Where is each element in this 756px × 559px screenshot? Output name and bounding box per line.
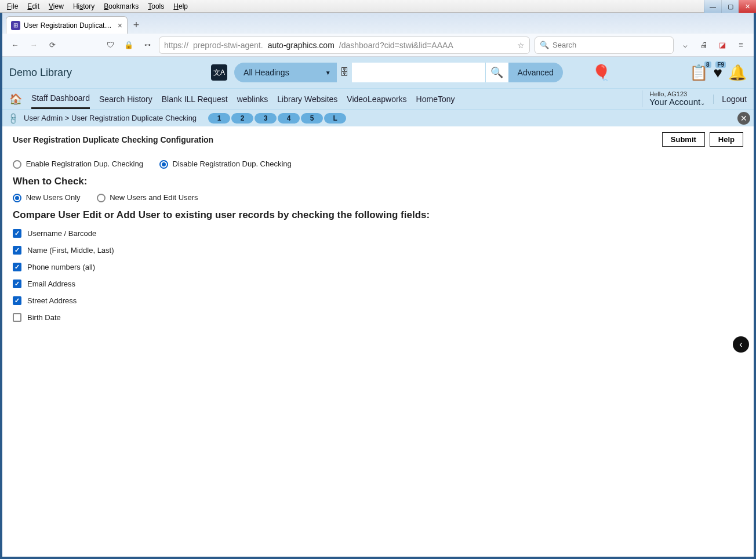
nav-row: 🏠 Staff Dashboard Search History Blank I…: [2, 88, 754, 109]
breadcrumb[interactable]: User Admin > User Registration Duplicate…: [24, 114, 197, 122]
language-icon[interactable]: 文A: [211, 64, 227, 81]
nav-weblinks[interactable]: weblinks: [237, 90, 268, 108]
nav-hometony[interactable]: HomeTony: [416, 90, 455, 108]
radio-icon: [13, 194, 21, 202]
search-icon: 🔍: [540, 41, 549, 49]
radio-icon: [97, 194, 106, 202]
notifications-icon[interactable]: 🔔: [728, 64, 747, 82]
os-menubar: File Edit View History Bookmarks Tools H…: [0, 0, 756, 13]
os-menu-bookmarks[interactable]: Bookmarks: [99, 1, 143, 12]
list-badge: 8: [704, 61, 711, 68]
headings-label: All Headings: [243, 68, 289, 77]
account-dropdown[interactable]: Hello, AG123 Your Account⌄: [649, 90, 705, 107]
step-pill-4[interactable]: 4: [278, 113, 300, 124]
when-to-check-heading: When to Check:: [13, 176, 743, 187]
browser-search-input[interactable]: 🔍 Search: [535, 37, 674, 54]
database-icon[interactable]: 🗄: [337, 63, 352, 82]
disable-dup-radio[interactable]: Disable Registration Dup. Checking: [159, 159, 292, 169]
os-menu-view[interactable]: View: [44, 1, 68, 12]
field-checkbox-row[interactable]: ✓Street Address: [13, 296, 743, 305]
step-pill-3[interactable]: 3: [255, 113, 277, 124]
app-container: Demo Library 文A All Headings ▼ 🗄 🔍 Advan…: [0, 57, 756, 559]
account-area: Hello, AG123 Your Account⌄ Logout: [642, 90, 747, 107]
permissions-icon[interactable]: ⊶: [140, 38, 154, 52]
window-maximize-button[interactable]: ▢: [721, 0, 739, 13]
fields-list: ✓Username / Barcode✓Name (First, Middle,…: [13, 229, 743, 322]
os-menu-file[interactable]: File: [2, 1, 23, 12]
when-new-radio[interactable]: New Users Only: [13, 193, 81, 202]
catalog-search-button[interactable]: 🔍: [485, 63, 508, 82]
url-bar[interactable]: https://preprod-stwi-agent.auto-graphics…: [159, 37, 530, 54]
favorites-badge: F9: [715, 61, 726, 68]
search-icon: 🔍: [490, 66, 503, 79]
help-button[interactable]: Help: [710, 132, 743, 147]
nav-reload-button[interactable]: ⟳: [45, 38, 59, 52]
submit-button[interactable]: Submit: [662, 132, 705, 147]
library-name: Demo Library: [9, 67, 72, 79]
list-icon[interactable]: 📋8: [689, 64, 708, 82]
checkbox-icon: ✓: [13, 246, 21, 255]
url-subdomain: preprod-stwi-agent.: [193, 41, 263, 50]
nav-forward-button[interactable]: →: [27, 38, 41, 52]
os-menu-help[interactable]: Help: [169, 1, 192, 12]
os-menu-history[interactable]: History: [68, 1, 99, 12]
field-checkbox-row[interactable]: ✓Phone numbers (all): [13, 263, 743, 271]
nav-search-history[interactable]: Search History: [99, 90, 152, 108]
step-pill-1[interactable]: 1: [208, 113, 230, 124]
nav-back-button[interactable]: ←: [8, 38, 22, 52]
step-pills: 1 2 3 4 5 L: [208, 113, 346, 124]
favorites-icon[interactable]: ♥F9: [714, 64, 722, 82]
tab-strip: ⊞ User Registration Duplicate Che × +: [2, 13, 754, 34]
tab-close-icon[interactable]: ×: [118, 21, 122, 30]
balloon-icon[interactable]: 🎈: [592, 64, 610, 82]
os-menu-edit[interactable]: Edit: [23, 1, 44, 12]
when-both-radio[interactable]: New Users and Edit Users: [97, 193, 198, 202]
field-label: Username / Barcode: [27, 229, 96, 238]
hamburger-menu-icon[interactable]: ≡: [734, 38, 748, 52]
window-close-button[interactable]: ✕: [739, 0, 756, 13]
link-icon: 🔗: [6, 111, 20, 125]
field-checkbox-row[interactable]: ✓Name (First, Middle, Last): [13, 246, 743, 255]
nav-library-websites[interactable]: Library Websites: [277, 90, 337, 108]
advanced-search-button[interactable]: Advanced: [508, 63, 563, 82]
browser-chrome: ⊞ User Registration Duplicate Che × + ← …: [0, 13, 756, 57]
browser-tab[interactable]: ⊞ User Registration Duplicate Che ×: [6, 16, 128, 34]
breadcrumb-parent[interactable]: User Admin: [24, 114, 63, 122]
field-checkbox-row[interactable]: ✓Email Address: [13, 280, 743, 288]
catalog-search-input[interactable]: [352, 63, 485, 82]
logout-link[interactable]: Logout: [713, 95, 747, 104]
extension-icon[interactable]: ◪: [715, 38, 729, 52]
breadcrumb-current: User Registration Duplicate Checking: [71, 114, 197, 122]
enable-dup-label: Enable Registration Dup. Checking: [26, 159, 143, 168]
enable-dup-radio[interactable]: Enable Registration Dup. Checking: [13, 159, 143, 169]
shield-icon[interactable]: 🛡: [103, 38, 117, 52]
print-icon[interactable]: 🖨: [697, 38, 711, 52]
browser-search-placeholder: Search: [553, 41, 576, 49]
checkbox-icon: ✓: [13, 296, 21, 305]
when-both-label: New Users and Edit Users: [110, 193, 198, 202]
window-controls: — ▢ ✕: [704, 0, 756, 13]
collapse-right-button[interactable]: ‹: [733, 336, 749, 353]
step-pill-5[interactable]: 5: [301, 113, 323, 124]
os-menu-tools[interactable]: Tools: [143, 1, 169, 12]
home-icon[interactable]: 🏠: [9, 93, 22, 106]
new-tab-button[interactable]: +: [128, 16, 145, 34]
radio-icon: [159, 160, 168, 169]
headings-dropdown[interactable]: All Headings ▼: [234, 63, 337, 82]
pocket-icon[interactable]: ⌵: [678, 38, 692, 52]
nav-blank-ill[interactable]: Blank ILL Request: [162, 90, 228, 108]
url-path: /dashboard?cid=stwi&lid=AAAA: [339, 41, 453, 50]
nav-staff-dashboard[interactable]: Staff Dashboard: [31, 89, 90, 109]
step-pill-l[interactable]: L: [324, 113, 346, 124]
chevron-left-icon: ‹: [739, 339, 742, 350]
search-group: 文A All Headings ▼ 🗄 🔍 Advanced 🎈: [211, 63, 610, 82]
nav-videoleapworks[interactable]: VideoLeapworks: [347, 90, 406, 108]
bookmark-star-icon[interactable]: ☆: [517, 41, 525, 50]
field-checkbox-row[interactable]: ✓Birth Date: [13, 313, 743, 322]
panel-close-button[interactable]: ✕: [737, 112, 750, 125]
checkbox-icon: ✓: [13, 313, 21, 322]
step-pill-2[interactable]: 2: [231, 113, 253, 124]
window-minimize-button[interactable]: —: [704, 0, 721, 13]
compare-heading: Compare User Edit or Add User to existin…: [13, 209, 743, 221]
field-checkbox-row[interactable]: ✓Username / Barcode: [13, 229, 743, 238]
